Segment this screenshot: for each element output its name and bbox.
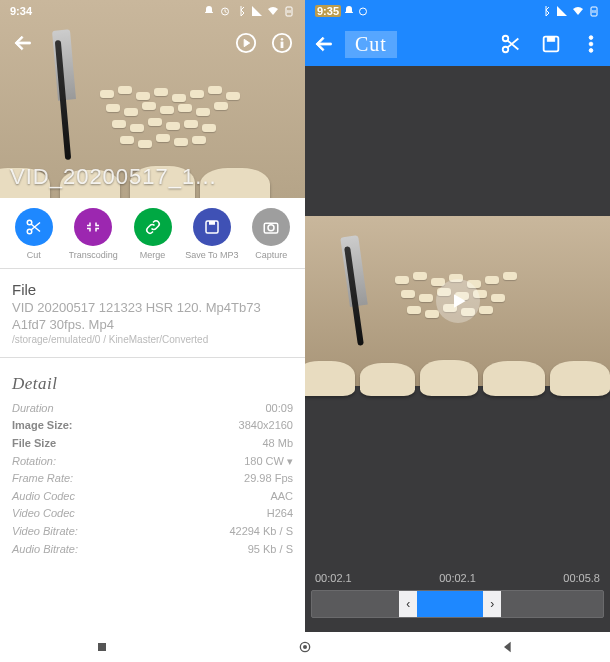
detail-section: Detail Duration00:09Image Size:3840x2160… bbox=[0, 364, 305, 564]
action-transcoding[interactable]: Transcoding bbox=[65, 208, 120, 260]
wifi-icon bbox=[267, 5, 279, 17]
signal-icon bbox=[556, 5, 568, 17]
screen-cut-editor: 9:35 88 Cut bbox=[305, 0, 610, 632]
detail-key: Duration bbox=[12, 400, 54, 418]
svg-rect-6 bbox=[281, 42, 283, 48]
range-handle-left[interactable]: ‹ bbox=[399, 591, 417, 617]
back-button[interactable] bbox=[313, 33, 335, 55]
action-label: Capture bbox=[255, 250, 287, 260]
detail-row: Video Bitrate:42294 Kb / S bbox=[12, 523, 293, 541]
detail-value: 3840x2160 bbox=[239, 417, 293, 435]
time-start: 00:02.1 bbox=[315, 572, 352, 584]
detail-value: 95 Kb / S bbox=[248, 541, 293, 559]
nav-back-button[interactable] bbox=[500, 639, 516, 655]
status-bar: 9:35 88 bbox=[305, 0, 610, 22]
svg-rect-23 bbox=[98, 643, 106, 651]
scissors-icon bbox=[25, 218, 43, 236]
bluetooth-icon bbox=[540, 5, 552, 17]
bell-off-icon bbox=[343, 5, 355, 17]
range-handle-right[interactable]: › bbox=[483, 591, 501, 617]
nav-home-button[interactable] bbox=[297, 639, 313, 655]
action-cut[interactable]: Cut bbox=[6, 208, 61, 260]
file-heading: File bbox=[12, 281, 293, 298]
video-preview bbox=[305, 216, 610, 386]
info-button[interactable] bbox=[271, 32, 293, 54]
save-button[interactable] bbox=[540, 33, 562, 55]
range-slider[interactable]: ‹ › bbox=[311, 590, 604, 618]
detail-value: H264 bbox=[267, 505, 293, 523]
detail-row: Audio CodecAAC bbox=[12, 488, 293, 506]
action-label: Save To MP3 bbox=[185, 250, 238, 260]
action-label: Cut bbox=[27, 250, 41, 260]
detail-row: Audio Bitrate:95 Kb / S bbox=[12, 541, 293, 559]
detail-row: Frame Rate:29.98 Fps bbox=[12, 470, 293, 488]
detail-value: 29.98 Fps bbox=[244, 470, 293, 488]
action-label: Merge bbox=[140, 250, 166, 260]
detail-key: Video Codec bbox=[12, 505, 75, 523]
detail-value: 42294 Kb / S bbox=[229, 523, 293, 541]
back-button[interactable] bbox=[12, 32, 34, 54]
screen-video-detail: 9:34 88 bbox=[0, 0, 305, 632]
action-capture[interactable]: Capture bbox=[244, 208, 299, 260]
action-label: Transcoding bbox=[69, 250, 118, 260]
system-navbar bbox=[0, 632, 610, 662]
detail-row: Image Size:3840x2160 bbox=[12, 417, 293, 435]
action-save-mp3[interactable]: Save To MP3 bbox=[184, 208, 239, 260]
detail-value: 48 Mb bbox=[262, 435, 293, 453]
detail-value: AAC bbox=[270, 488, 293, 506]
file-section: File VID 20200517 121323 HSR 120. Mp4Tb7… bbox=[0, 275, 305, 351]
battery-icon: 88 bbox=[283, 5, 295, 17]
detail-key: Image Size: bbox=[12, 417, 73, 435]
bell-off-icon bbox=[203, 5, 215, 17]
svg-point-25 bbox=[303, 645, 307, 649]
alarm-icon bbox=[219, 5, 231, 17]
svg-text:88: 88 bbox=[287, 9, 292, 14]
video-thumbnail: VID_20200517_1... bbox=[0, 0, 305, 198]
status-time: 9:35 bbox=[315, 5, 341, 17]
status-icons: 88 bbox=[540, 5, 600, 17]
camera-icon bbox=[262, 218, 280, 236]
svg-point-13 bbox=[360, 8, 367, 15]
bluetooth-icon bbox=[235, 5, 247, 17]
detail-value: 180 CW ▾ bbox=[244, 453, 293, 471]
file-name: VID 20200517 121323 HSR 120. Mp4Tb73 A1f… bbox=[12, 300, 293, 334]
time-current: 00:02.1 bbox=[439, 572, 476, 584]
svg-text:88: 88 bbox=[592, 9, 597, 14]
nav-recent-button[interactable] bbox=[94, 639, 110, 655]
svg-point-21 bbox=[589, 42, 593, 46]
timeline: 00:02.1 00:02.1 00:05.8 ‹ › bbox=[305, 572, 610, 632]
file-path: /storage/emulated/0 / KineMaster/Convert… bbox=[12, 334, 293, 345]
video-title-overlay: VID_20200517_1... bbox=[10, 164, 217, 190]
detail-key: Rotation: bbox=[12, 453, 56, 471]
detail-key: File Size bbox=[12, 435, 56, 453]
battery-icon: 88 bbox=[588, 5, 600, 17]
action-merge[interactable]: Merge bbox=[125, 208, 180, 260]
svg-point-20 bbox=[589, 36, 593, 40]
play-button[interactable] bbox=[436, 279, 480, 323]
svg-point-5 bbox=[281, 38, 283, 40]
detail-key: Frame Rate: bbox=[12, 470, 73, 488]
detail-row: File Size48 Mb bbox=[12, 435, 293, 453]
detail-row: Duration00:09 bbox=[12, 400, 293, 418]
detail-heading: Detail bbox=[12, 374, 293, 394]
alarm-icon bbox=[357, 5, 369, 17]
status-time: 9:34 bbox=[10, 5, 32, 17]
detail-key: Audio Bitrate: bbox=[12, 541, 78, 559]
link-icon bbox=[144, 218, 162, 236]
time-end: 00:05.8 bbox=[563, 572, 600, 584]
svg-rect-10 bbox=[209, 221, 215, 225]
cut-action-button[interactable] bbox=[500, 33, 522, 55]
detail-key: Audio Codec bbox=[12, 488, 75, 506]
play-button[interactable] bbox=[235, 32, 257, 54]
more-button[interactable] bbox=[580, 33, 602, 55]
svg-point-22 bbox=[589, 49, 593, 53]
detail-value: 00:09 bbox=[265, 400, 293, 418]
detail-row: Video CodecH264 bbox=[12, 505, 293, 523]
detail-row: Rotation:180 CW ▾ bbox=[12, 453, 293, 471]
detail-key: Video Bitrate: bbox=[12, 523, 78, 541]
page-title: Cut bbox=[345, 31, 397, 58]
cut-header: Cut bbox=[305, 22, 610, 66]
status-icons: 88 bbox=[203, 5, 295, 17]
save-icon bbox=[203, 218, 221, 236]
status-bar: 9:34 88 bbox=[0, 0, 305, 22]
